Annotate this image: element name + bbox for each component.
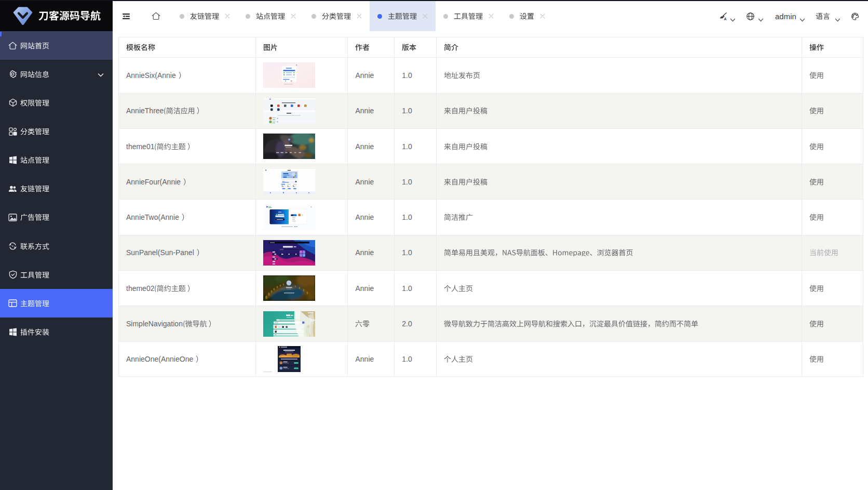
- svg-text:A: A: [724, 17, 726, 20]
